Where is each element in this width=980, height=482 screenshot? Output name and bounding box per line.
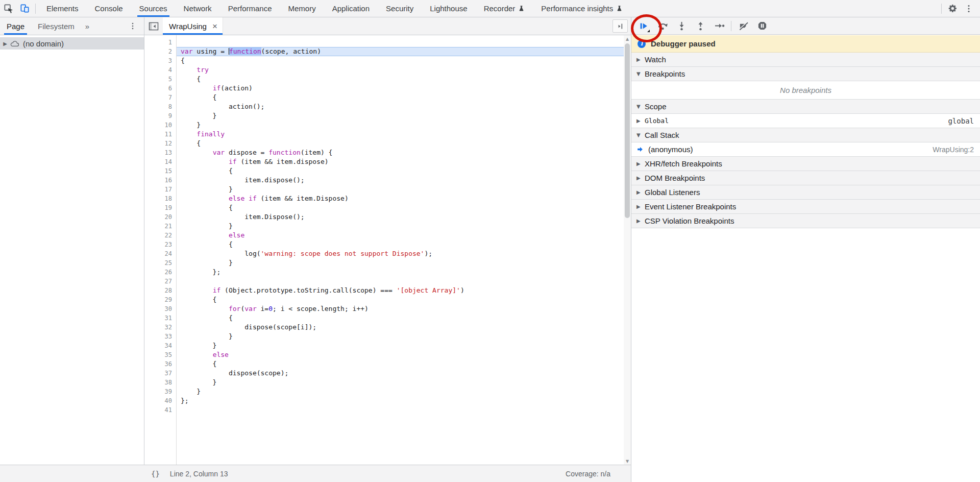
code-line-7[interactable]: 7 { xyxy=(144,93,624,102)
section-header-event-listener-breakpoints[interactable]: ▶Event Listener Breakpoints xyxy=(631,200,980,214)
section-header-global-listeners[interactable]: ▶Global Listeners xyxy=(631,185,980,200)
code-line-17[interactable]: 17 } xyxy=(144,185,624,194)
line-number[interactable]: 3 xyxy=(144,56,176,65)
step-out-button[interactable] xyxy=(693,19,707,33)
tab-recorder[interactable]: Recorder xyxy=(476,0,533,17)
scroll-up-icon[interactable]: ▲ xyxy=(624,35,631,42)
code-line-24[interactable]: 24 log('warning: scope does not support … xyxy=(144,249,624,258)
code-line-40[interactable]: 40}; xyxy=(144,396,624,405)
pause-on-exceptions-button[interactable] xyxy=(755,19,769,33)
line-number[interactable]: 16 xyxy=(144,176,176,185)
tab-lighthouse[interactable]: Lighthouse xyxy=(422,0,475,17)
line-number[interactable]: 11 xyxy=(144,130,176,139)
line-number[interactable]: 25 xyxy=(144,258,176,268)
code-line-26[interactable]: 26 }; xyxy=(144,268,624,277)
code-line-5[interactable]: 5 { xyxy=(144,75,624,84)
line-number[interactable]: 40 xyxy=(144,396,176,405)
line-number[interactable]: 33 xyxy=(144,332,176,341)
line-number[interactable]: 22 xyxy=(144,231,176,240)
hide-debugger-sidebar-button[interactable] xyxy=(612,19,628,33)
line-number[interactable]: 27 xyxy=(144,277,176,286)
code-line-20[interactable]: 20 item.Dispose(); xyxy=(144,212,624,222)
code-line-25[interactable]: 25 } xyxy=(144,258,624,268)
section-header-scope[interactable]: ▼Scope xyxy=(631,100,980,114)
line-number[interactable]: 38 xyxy=(144,378,176,387)
line-number[interactable]: 7 xyxy=(144,93,176,102)
navigator-menu-button[interactable] xyxy=(125,18,141,34)
line-number[interactable]: 21 xyxy=(144,222,176,231)
line-number[interactable]: 18 xyxy=(144,194,176,203)
tab-console[interactable]: Console xyxy=(87,0,131,17)
code-line-33[interactable]: 33 } xyxy=(144,332,624,341)
code-line-10[interactable]: 10 } xyxy=(144,120,624,130)
code-line-11[interactable]: 11 finally xyxy=(144,130,624,139)
code-line-27[interactable]: 27 xyxy=(144,277,624,286)
code-line-8[interactable]: 8 action(); xyxy=(144,102,624,111)
code-line-32[interactable]: 32 dispose(scope[i]); xyxy=(144,323,624,332)
editor-sidebar-divider[interactable] xyxy=(631,17,631,482)
close-tab-icon[interactable]: × xyxy=(212,22,217,31)
code-line-41[interactable]: 41 xyxy=(144,405,624,415)
line-number[interactable]: 26 xyxy=(144,268,176,277)
editor-scrollbar[interactable]: ▲ ▼ xyxy=(624,35,631,465)
line-number[interactable]: 19 xyxy=(144,203,176,212)
tab-performance-insights[interactable]: Performance insights xyxy=(533,0,631,17)
scrollbar-thumb[interactable] xyxy=(625,43,630,218)
line-number[interactable]: 28 xyxy=(144,286,176,295)
line-number[interactable]: 32 xyxy=(144,323,176,332)
inspect-element-button[interactable] xyxy=(0,1,16,16)
line-number[interactable]: 30 xyxy=(144,304,176,314)
line-number[interactable]: 2 xyxy=(144,47,176,56)
code-line-34[interactable]: 34 } xyxy=(144,341,624,350)
code-line-16[interactable]: 16 item.dispose(); xyxy=(144,176,624,185)
line-number[interactable]: 20 xyxy=(144,212,176,222)
code-line-29[interactable]: 29 { xyxy=(144,295,624,304)
code-line-30[interactable]: 30 for(var i=0; i < scope.length; i++) xyxy=(144,304,624,314)
line-number[interactable]: 12 xyxy=(144,139,176,148)
code-line-9[interactable]: 9 } xyxy=(144,111,624,120)
line-number[interactable]: 8 xyxy=(144,102,176,111)
tab-memory[interactable]: Memory xyxy=(280,0,324,17)
code-line-15[interactable]: 15 { xyxy=(144,166,624,176)
line-number[interactable]: 36 xyxy=(144,359,176,369)
code-line-28[interactable]: 28 if (Object.prototype.toString.call(sc… xyxy=(144,286,624,295)
tab-security[interactable]: Security xyxy=(378,0,422,17)
source-editor[interactable]: 12var using = function(scope, action)3{4… xyxy=(144,35,624,465)
section-row-global[interactable]: ▶Globalglobal xyxy=(631,114,980,128)
code-line-35[interactable]: 35 else xyxy=(144,350,624,359)
code-line-12[interactable]: 12 { xyxy=(144,139,624,148)
tab-sources[interactable]: Sources xyxy=(131,0,176,17)
line-number[interactable]: 34 xyxy=(144,341,176,350)
code-line-37[interactable]: 37 dispose(scope); xyxy=(144,369,624,378)
line-number[interactable]: 23 xyxy=(144,240,176,249)
pretty-print-button[interactable]: {} xyxy=(148,468,163,479)
section-header-watch[interactable]: ▶Watch xyxy=(631,53,980,67)
line-number[interactable]: 35 xyxy=(144,350,176,359)
more-options-button[interactable] xyxy=(961,1,977,16)
line-number[interactable]: 39 xyxy=(144,387,176,396)
line-number[interactable]: 9 xyxy=(144,111,176,120)
line-number[interactable]: 14 xyxy=(144,157,176,166)
step-into-button[interactable] xyxy=(674,19,689,33)
step-button[interactable] xyxy=(712,19,726,33)
navigator-tab-filesystem[interactable]: Filesystem xyxy=(31,17,81,35)
code-line-31[interactable]: 31 { xyxy=(144,314,624,323)
navigator-editor-divider[interactable] xyxy=(144,17,144,465)
settings-button[interactable] xyxy=(944,1,961,16)
expander-collapsed-icon[interactable]: ▶ xyxy=(636,118,645,124)
tab-application[interactable]: Application xyxy=(324,0,378,17)
code-line-23[interactable]: 23 { xyxy=(144,240,624,249)
code-line-3[interactable]: 3{ xyxy=(144,56,624,65)
tab-performance[interactable]: Performance xyxy=(220,0,280,17)
code-line-36[interactable]: 36 { xyxy=(144,359,624,369)
code-line-18[interactable]: 18 else if (item && item.Dispose) xyxy=(144,194,624,203)
section-header-xhr-fetch-breakpoints[interactable]: ▶XHR/fetch Breakpoints xyxy=(631,157,980,171)
code-line-19[interactable]: 19 { xyxy=(144,203,624,212)
section-header-csp-violation-breakpoints[interactable]: ▶CSP Violation Breakpoints xyxy=(631,214,980,228)
tree-item-no-domain[interactable]: ▶ (no domain) xyxy=(0,37,144,50)
line-number[interactable]: 31 xyxy=(144,314,176,323)
line-number[interactable]: 4 xyxy=(144,65,176,75)
line-number[interactable]: 6 xyxy=(144,84,176,93)
line-number[interactable]: 17 xyxy=(144,185,176,194)
resume-button[interactable] xyxy=(636,19,651,33)
